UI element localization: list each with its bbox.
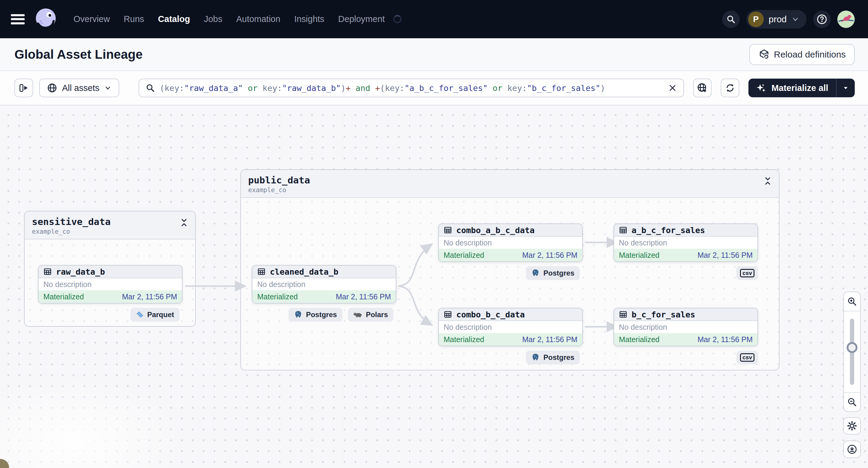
asset-description: No description	[252, 278, 396, 290]
env-name: prod	[769, 14, 787, 24]
search-input[interactable]: (key:"raw_data_a" or key:"raw_data_b")+ …	[138, 79, 684, 97]
open-panel-button[interactable]	[14, 79, 33, 97]
view-scope-button[interactable]	[693, 79, 712, 97]
nav-item-automation[interactable]: Automation	[236, 14, 280, 24]
gear-icon	[847, 421, 857, 431]
caret-down-icon	[842, 84, 849, 92]
kind-tag-postgres[interactable]: Postgres	[526, 266, 580, 280]
reload-definitions-label: Reload definitions	[774, 50, 846, 60]
asset-status: Materialized	[619, 251, 659, 259]
asset-timestamp[interactable]: Mar 2, 11:56 PM	[698, 335, 753, 344]
parquet-icon	[136, 311, 144, 319]
postgres-icon	[531, 353, 540, 362]
asset-status: Materialized	[444, 251, 484, 259]
dagster-logo-icon[interactable]	[33, 6, 59, 33]
lineage-canvas[interactable]: sensitive_data example_co public_data ex…	[0, 105, 868, 468]
asset-timestamp[interactable]: Mar 2, 11:56 PM	[336, 292, 391, 301]
kind-tag-label: Postgres	[543, 269, 575, 277]
asset-description: No description	[439, 321, 582, 333]
download-icon	[847, 444, 857, 455]
zoom-in-icon	[847, 297, 857, 306]
query-token: +	[375, 84, 380, 93]
asset-status: Materialized	[619, 335, 659, 344]
query-token: +	[346, 84, 350, 93]
clear-search-button[interactable]	[668, 84, 677, 92]
query-token: "raw_data_a"	[184, 84, 243, 93]
query-token: "raw_data_b"	[282, 84, 341, 93]
query-token: key:	[257, 84, 282, 93]
asset-scope-dropdown[interactable]: All assets	[39, 79, 119, 97]
asset-node-raw-data-b[interactable]: raw_data_b No description Materialized M…	[38, 265, 183, 304]
kind-tag-label: Postgres	[306, 311, 337, 319]
reload-definitions-icon	[758, 49, 770, 60]
materialize-options-button[interactable]	[836, 79, 855, 97]
sparkle-icon	[756, 83, 767, 93]
asset-timestamp[interactable]: Mar 2, 11:56 PM	[522, 251, 577, 259]
nav-item-catalog[interactable]: Catalog	[158, 14, 190, 24]
top-nav: Overview Runs Catalog Jobs Automation In…	[0, 0, 868, 38]
env-initial-badge: P	[748, 11, 764, 27]
zoom-slider[interactable]	[844, 311, 860, 393]
nav-item-runs[interactable]: Runs	[124, 14, 144, 24]
menu-icon[interactable]	[11, 14, 25, 24]
materialize-all-button[interactable]: Materialize all	[748, 79, 855, 97]
asset-name: raw_data_b	[56, 267, 105, 277]
asset-description: No description	[614, 321, 757, 333]
kind-tag-polars[interactable]: Polars	[348, 308, 393, 322]
nav-links: Overview Runs Catalog Jobs Automation In…	[73, 14, 401, 24]
graph-settings-button[interactable]	[843, 417, 861, 435]
kind-tag-label: Parquet	[147, 311, 174, 319]
query-token	[350, 84, 355, 93]
asset-timestamp[interactable]: Mar 2, 11:56 PM	[122, 292, 177, 301]
asset-name: combo_b_c_data	[456, 310, 525, 319]
reload-definitions-button[interactable]: Reload definitions	[749, 44, 855, 65]
download-graph-button[interactable]	[843, 441, 861, 458]
asset-timestamp[interactable]: Mar 2, 11:56 PM	[522, 335, 577, 344]
lineage-edge	[398, 286, 431, 325]
table-icon	[444, 226, 452, 234]
asset-node-combo-a-b-c-data[interactable]: combo_a_b_c_data No description Material…	[438, 223, 583, 262]
nav-item-jobs[interactable]: Jobs	[204, 14, 222, 24]
globe-plus-icon	[697, 83, 708, 93]
refresh-icon	[725, 83, 736, 93]
refresh-button[interactable]	[721, 79, 739, 97]
query-token: (key:	[160, 84, 184, 93]
panel-expand-icon	[19, 83, 29, 93]
kind-tag-postgres[interactable]: Postgres	[526, 350, 580, 365]
asset-timestamp[interactable]: Mar 2, 11:56 PM	[698, 251, 753, 259]
help-button[interactable]	[813, 10, 831, 28]
nav-item-deployment[interactable]: Deployment	[338, 14, 385, 24]
zoom-slider-handle[interactable]	[847, 342, 858, 353]
query-token: )	[341, 84, 346, 93]
table-icon	[444, 310, 452, 319]
query-token: (key:	[380, 84, 404, 93]
asset-node-a-b-c-for-sales[interactable]: a_b_c_for_sales No description Materiali…	[614, 223, 758, 262]
materialize-all-label: Materialize all	[771, 83, 828, 93]
search-icon	[726, 15, 736, 24]
asset-name: cleaned_data_b	[270, 267, 339, 277]
lineage-toolbar: All assets (key:"raw_data_a" or key:"raw…	[0, 71, 868, 105]
search-query: (key:"raw_data_a" or key:"raw_data_b")+ …	[160, 84, 605, 93]
deployment-switcher[interactable]: P prod	[746, 10, 807, 29]
asset-description: No description	[439, 237, 582, 249]
query-token: "b_c_for_sales"	[527, 84, 600, 93]
asset-node-cleaned-data-b[interactable]: cleaned_data_b No description Materializ…	[252, 265, 396, 304]
search-button[interactable]	[722, 10, 740, 28]
kind-tag-postgres[interactable]: Postgres	[288, 308, 342, 322]
query-token	[488, 84, 492, 93]
kind-tag-csv[interactable]: csv	[736, 350, 758, 365]
zoom-in-button[interactable]	[844, 292, 860, 311]
asset-node-b-c-for-sales[interactable]: b_c_for_sales No description Materialize…	[614, 308, 758, 346]
nav-item-overview[interactable]: Overview	[73, 14, 110, 24]
asset-description: No description	[38, 278, 182, 290]
query-token: or	[493, 84, 503, 93]
kind-tag-parquet[interactable]: Parquet	[130, 308, 180, 322]
asset-node-combo-b-c-data[interactable]: combo_b_c_data No description Materializ…	[438, 308, 583, 346]
kind-tag-csv[interactable]: csv	[736, 266, 758, 280]
user-avatar[interactable]	[837, 10, 855, 28]
zoom-out-button[interactable]	[844, 393, 860, 411]
kind-tag-label: Polars	[366, 311, 388, 319]
asset-description: No description	[614, 237, 757, 249]
nav-item-insights[interactable]: Insights	[294, 14, 324, 24]
csv-icon: csv	[740, 269, 754, 277]
